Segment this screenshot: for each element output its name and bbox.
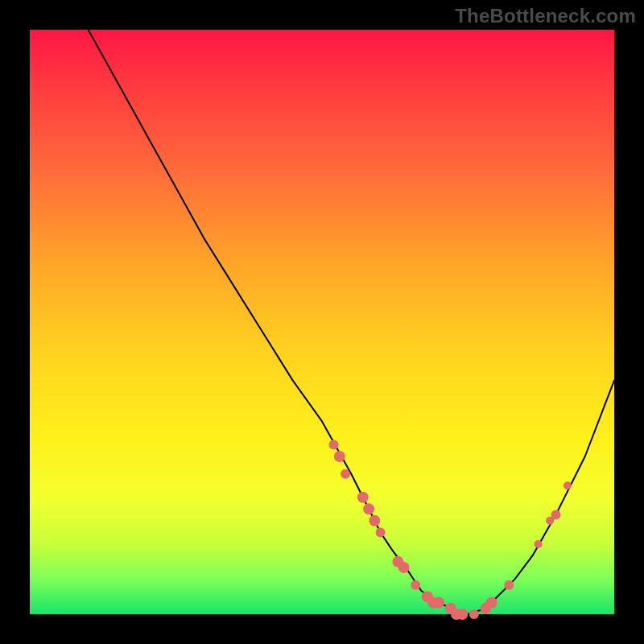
curve-marker (376, 527, 386, 537)
curve-marker (334, 451, 345, 462)
curve-marker (433, 597, 444, 609)
curve-markers (329, 440, 572, 621)
curve-marker (504, 580, 514, 590)
curve-marker (341, 469, 350, 479)
curve-marker (469, 609, 479, 619)
curve-marker (369, 515, 380, 526)
curve-marker (486, 597, 497, 609)
plot-svg (30, 30, 614, 614)
curve-marker (329, 440, 339, 450)
curve-marker (551, 510, 560, 520)
curve-marker (398, 562, 410, 573)
chart-container: TheBottleneck.com (0, 0, 644, 644)
watermark-text: TheBottleneck.com (455, 5, 636, 27)
curve-marker (363, 503, 374, 514)
curve-marker (564, 481, 572, 489)
curve-marker (357, 492, 369, 503)
curve-marker (456, 609, 468, 620)
curve-marker (535, 540, 543, 548)
curve-marker (411, 580, 420, 590)
bottleneck-curve (89, 30, 614, 614)
plot-area (30, 30, 614, 614)
